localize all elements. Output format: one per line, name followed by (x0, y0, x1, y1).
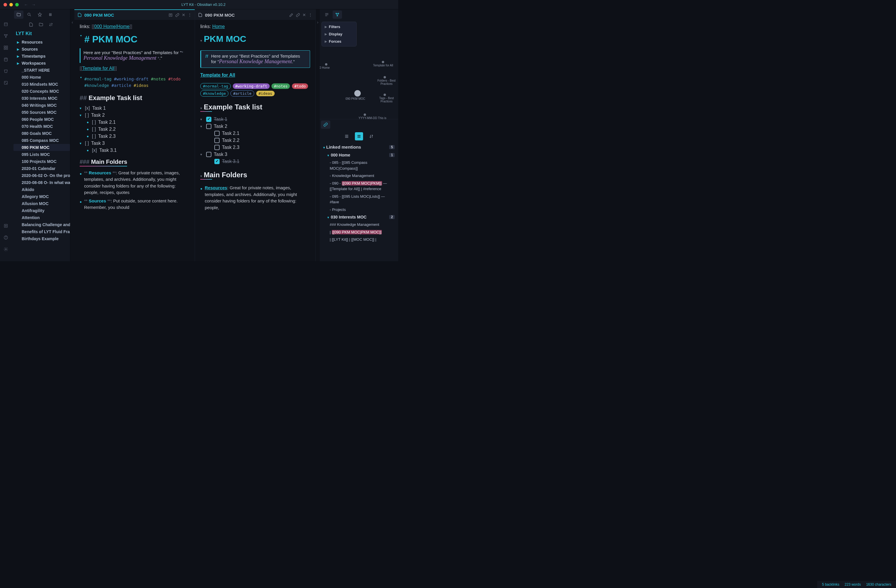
graph-node[interactable] (382, 61, 384, 63)
file-item[interactable]: 020 Concepts MOC (14, 88, 70, 95)
help-icon[interactable] (3, 235, 9, 240)
file-item[interactable]: 2020-06-02 O- On the proc (14, 172, 70, 179)
local-graph-tab[interactable] (333, 11, 342, 19)
file-item[interactable]: Benefits of LYT Fluid Framew (14, 228, 70, 235)
task-checkbox[interactable] (206, 152, 212, 157)
file-item[interactable]: 090 PKM MOC (14, 144, 70, 151)
file-item[interactable]: 080 Goals MOC (14, 130, 70, 137)
backlink-snippet[interactable]: - Knowledge Management (323, 172, 395, 179)
task-item[interactable]: ●[ ] Task 2.1 (80, 119, 189, 126)
file-item[interactable]: 2020-08-08 O- In what way (14, 179, 70, 186)
graph-display[interactable]: ▶Display (322, 30, 357, 38)
folder-item[interactable]: ▶Sources (14, 46, 70, 53)
file-item[interactable]: 050 Sources MOC (14, 109, 70, 116)
starred-tab[interactable] (35, 11, 44, 19)
preview-content[interactable]: links: Home ▾PKM MOC !! Here are your "B… (195, 20, 315, 261)
graph-forces[interactable]: ▶Forces (322, 38, 357, 45)
forward-icon[interactable]: → (32, 2, 36, 7)
file-item[interactable]: Birthdays Example (14, 235, 70, 242)
new-folder-icon[interactable] (39, 22, 43, 27)
file-item[interactable]: Balancing Challenge and Sk (14, 221, 70, 228)
template-icon[interactable] (3, 68, 9, 74)
file-item[interactable]: 060 People MOC (14, 116, 70, 123)
file-item[interactable]: 100 Projects MOC (14, 158, 70, 165)
sort-results-icon[interactable] (367, 132, 375, 140)
backlink-snippet[interactable]: - 090 - [[090 PKM MOC|PKM]] — [[Template… (323, 179, 395, 193)
template-link[interactable]: Template for All (82, 66, 114, 71)
fold-caret-icon[interactable]: ▾ (80, 34, 82, 37)
random-note-icon[interactable] (3, 80, 9, 85)
file-item[interactable]: 000 Home (14, 74, 70, 81)
vault-icon[interactable] (3, 223, 9, 228)
local-graph[interactable]: ▶Filters ▶Display ▶Forces 000 HomeTempla… (320, 20, 398, 119)
tags-tab[interactable] (46, 11, 55, 19)
file-item[interactable]: 085 Compass MOC (14, 137, 70, 144)
file-item[interactable]: 095 Lists MOC (14, 151, 70, 158)
minimize-window[interactable] (9, 3, 13, 6)
fold-caret-icon[interactable]: ▾ (80, 76, 82, 79)
outline-tab[interactable] (322, 11, 331, 19)
collapse-icon[interactable]: ▾ (200, 106, 202, 110)
backlink-snippet[interactable]: - 095 - [[095 Lists MOC|Lists]] — #fave (323, 193, 395, 206)
backlink-snippet[interactable]: ### Knowledge Management (323, 221, 395, 228)
settings-icon[interactable] (3, 247, 9, 252)
folder-item[interactable]: ▶Workspaces (14, 60, 70, 67)
folder-item[interactable]: ▶Resources (14, 39, 70, 46)
backlink-snippet[interactable]: - Projects (323, 206, 395, 214)
task-checkbox[interactable] (214, 145, 219, 150)
backlink-snippet[interactable]: | [[LYT Kit]] | [[MOC MOC]] | (323, 236, 395, 243)
home-link[interactable]: 000 Home|Home (94, 24, 130, 29)
collapse-right[interactable]: › (315, 9, 320, 261)
task-item[interactable]: ●[x] Task 3.1 (80, 147, 189, 154)
close-pane-icon[interactable]: ✕ (182, 12, 185, 17)
back-icon[interactable]: ← (24, 2, 28, 7)
task-item[interactable]: ▾[ ] Task 3 (80, 140, 189, 147)
graph-icon[interactable] (3, 33, 9, 39)
task-checkbox[interactable] (214, 159, 219, 164)
graph-node[interactable] (325, 63, 328, 65)
daily-note-icon[interactable] (3, 57, 9, 62)
new-note-icon[interactable] (29, 22, 34, 27)
maximize-window[interactable] (15, 3, 19, 6)
file-item[interactable]: 040 Writings MOC (14, 102, 70, 109)
close-window[interactable] (3, 3, 7, 6)
task-checkbox[interactable] (214, 131, 219, 136)
sort-icon[interactable] (49, 22, 53, 27)
file-item[interactable]: 010 Mindsets MOC (14, 81, 70, 88)
backlink-file[interactable]: ▼ 030 Interests MOC2 (323, 213, 395, 221)
graph-node[interactable] (364, 114, 366, 116)
linked-mentions-header[interactable]: ▾Linked mentions 5 (323, 143, 395, 151)
file-explorer-tab[interactable] (14, 11, 23, 19)
quick-switcher-icon[interactable] (3, 22, 9, 27)
collapse-results-icon[interactable] (343, 132, 351, 140)
link-pane-icon[interactable] (296, 13, 300, 17)
template-link[interactable]: Template for All (200, 73, 235, 77)
file-item[interactable]: Attention (14, 214, 70, 221)
file-item[interactable]: _START HERE (14, 67, 70, 74)
collapse-icon[interactable]: ▾ (200, 174, 202, 178)
graph-filters[interactable]: ▶Filters (322, 23, 357, 30)
task-checkbox[interactable] (206, 124, 212, 129)
task-item[interactable]: ▾[ ] Task 2 (80, 112, 189, 119)
task-item[interactable]: ●[ ] Task 2.3 (80, 133, 189, 140)
file-item[interactable]: Allusion MOC (14, 200, 70, 207)
home-link[interactable]: Home (212, 24, 225, 29)
file-item[interactable]: Allegory MOC (14, 193, 70, 200)
link-pane-icon[interactable] (175, 13, 180, 17)
search-tab[interactable] (24, 11, 34, 19)
backlink-snippet[interactable]: | [[090 PKM MOC|PKM MOC]] (323, 228, 395, 236)
task-checkbox[interactable] (214, 138, 219, 143)
task-checkbox[interactable] (206, 117, 212, 122)
task-item[interactable]: ▾[x] Task 1 (80, 105, 189, 112)
file-item[interactable]: 030 Interests MOC (14, 95, 70, 102)
close-pane-icon[interactable]: ✕ (302, 12, 306, 17)
backlinks-tab[interactable] (321, 120, 330, 129)
file-item[interactable]: 2020-01 Calendar (14, 165, 70, 172)
task-item[interactable]: ●[ ] Task 2.2 (80, 126, 189, 133)
more-icon[interactable]: ⋮ (308, 12, 312, 17)
source-content[interactable]: links: [[000 Home|Home]] ▾ # PKM MOC Her… (75, 20, 195, 261)
more-icon[interactable]: ⋮ (188, 12, 192, 17)
backlink-snippet[interactable]: - 085 - [[085 Compass MOC|Compass]] (323, 159, 395, 172)
file-item[interactable]: Antifragility (14, 207, 70, 214)
show-context-icon[interactable] (355, 132, 363, 140)
